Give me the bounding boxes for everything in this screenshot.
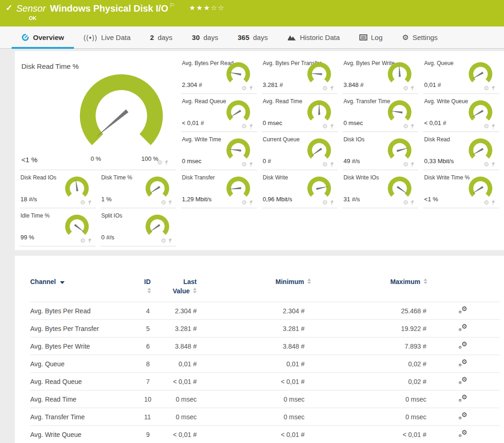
channel-maximum: 0 msec bbox=[328, 408, 453, 426]
gauge-dial bbox=[386, 175, 413, 198]
gauge-settings-gear-icon[interactable]: ⚙ bbox=[322, 161, 328, 167]
gauge-pin-icon[interactable] bbox=[87, 238, 92, 244]
gauge-pin-icon[interactable] bbox=[248, 124, 253, 129]
gauge-dial bbox=[225, 175, 252, 198]
gauge-pin-icon[interactable] bbox=[329, 86, 334, 91]
column-header-last-value[interactable]: LastValue bbox=[172, 277, 221, 302]
gauge-pin-icon[interactable] bbox=[410, 200, 415, 205]
tab-label: Overview bbox=[33, 33, 64, 41]
channel-settings-gears-icon[interactable]: ⚙⚙ bbox=[458, 358, 468, 368]
tab-live-data[interactable]: ((●))Live Data bbox=[74, 26, 140, 48]
column-header-id[interactable]: ID bbox=[144, 277, 172, 302]
gauge-pin-icon[interactable] bbox=[329, 124, 334, 129]
gauge-settings-gear-icon[interactable]: ⚙ bbox=[484, 161, 489, 167]
gauge-pin-icon[interactable] bbox=[329, 200, 334, 205]
channel-maximum: < 0,01 # bbox=[328, 426, 453, 443]
channel-settings-gears-icon[interactable]: ⚙⚙ bbox=[458, 341, 468, 350]
channel-settings-gears-icon[interactable]: ⚙⚙ bbox=[458, 323, 468, 332]
gauge-avg-transfer-time: Avg. Transfer Time0 msec⚙ bbox=[343, 94, 419, 132]
gauge-settings-gear-icon[interactable]: ⚙ bbox=[484, 85, 489, 91]
channel-settings-gears-icon[interactable]: ⚙⚙ bbox=[458, 376, 468, 385]
gauge-pin-icon[interactable] bbox=[248, 86, 253, 91]
gauge-pin-icon[interactable] bbox=[410, 124, 415, 129]
priority-stars[interactable]: ★★★☆☆ bbox=[189, 4, 225, 12]
channel-name: Avg. Read Time bbox=[30, 390, 144, 408]
gauge-settings-gear-icon[interactable]: ⚙ bbox=[403, 123, 409, 129]
gauge-split-ios: Split IOs0 #/s⚙ bbox=[100, 208, 177, 246]
channel-actions-cell: ⚙⚙ bbox=[453, 373, 500, 390]
gauge-settings-gear-icon[interactable]: ⚙ bbox=[403, 199, 409, 205]
gauge-pin-icon[interactable] bbox=[248, 162, 253, 167]
tab-label: Live Data bbox=[101, 33, 130, 41]
gauge-settings-gear-icon[interactable]: ⚙ bbox=[322, 199, 328, 205]
gauge-value: 0,33 Mbit/s bbox=[424, 158, 454, 165]
tab-2-days[interactable]: 2days bbox=[140, 26, 182, 48]
gauge-settings-gear-icon[interactable]: ⚙ bbox=[484, 123, 489, 129]
gauge-pin-icon[interactable] bbox=[248, 200, 253, 205]
gauge-settings-gear-icon[interactable]: ⚙ bbox=[484, 199, 489, 205]
column-header-maximum[interactable]: Maximum bbox=[328, 277, 453, 302]
gauge-scale-min-label: 0 % bbox=[91, 155, 101, 162]
tab-historic-data[interactable]: Historic Data bbox=[278, 26, 350, 48]
tab-label: days bbox=[253, 33, 268, 41]
tab-overview[interactable]: Overview bbox=[12, 26, 74, 48]
column-header-actions bbox=[453, 277, 500, 302]
channel-settings-gears-icon[interactable]: ⚙⚙ bbox=[458, 305, 468, 315]
gauges-panel: Disk Read Time %0 %100 %<1 %⚙Avg. Bytes … bbox=[15, 51, 504, 250]
gauge-settings-gear-icon[interactable]: ⚙ bbox=[241, 161, 247, 167]
gauge-value: 0 msec bbox=[344, 119, 363, 126]
gauge-title: Avg. Transfer Time bbox=[344, 98, 390, 105]
column-header-channel[interactable]: Channel bbox=[30, 277, 144, 302]
gauge-actions: ⚙ bbox=[80, 238, 92, 244]
gauge-settings-gear-icon[interactable]: ⚙ bbox=[403, 161, 409, 167]
channel-maximum: 0,02 # bbox=[328, 373, 453, 390]
tab-count: 30 bbox=[192, 33, 200, 41]
gauge-pin-icon[interactable] bbox=[410, 162, 415, 167]
channel-minimum: < 0,01 # bbox=[221, 426, 328, 443]
gauge-settings-gear-icon[interactable]: ⚙ bbox=[161, 238, 166, 244]
gauge-avg-read-time: Avg. Read Time0 msec⚙ bbox=[262, 94, 338, 132]
gauge-settings-gear-icon[interactable]: ⚙ bbox=[403, 85, 409, 91]
gauge-settings-gear-icon[interactable]: ⚙ bbox=[157, 159, 163, 165]
gauge-pin-icon[interactable] bbox=[167, 238, 172, 244]
gauge-pin-icon[interactable] bbox=[491, 200, 496, 205]
gauge-dial bbox=[386, 137, 413, 159]
channel-id: 6 bbox=[144, 337, 172, 355]
sensor-status-banner: ✓ SensorWindows Physical Disk I/O⚐ ★★★☆☆… bbox=[0, 0, 504, 26]
channel-settings-gears-icon[interactable]: ⚙⚙ bbox=[458, 429, 468, 438]
gauge-value: 0,96 Mbit/s bbox=[263, 196, 292, 203]
gauge-settings-gear-icon[interactable]: ⚙ bbox=[80, 199, 86, 205]
gauge-avg-bytes-per-read: Avg. Bytes Per Read2.304 #⚙ bbox=[181, 56, 257, 94]
channel-name: Avg. Read Queue bbox=[30, 373, 144, 390]
gauge-dial bbox=[225, 137, 252, 159]
gauge-pin-icon[interactable] bbox=[167, 200, 172, 205]
flag-icon[interactable]: ⚐ bbox=[170, 2, 175, 9]
tab-bar: Overview((●))Live Data2days30days365days… bbox=[0, 26, 504, 49]
gauge-title: Disk Read IOs bbox=[20, 174, 56, 181]
gauge-pin-icon[interactable] bbox=[329, 162, 334, 167]
gauge-value: 0 msec bbox=[182, 158, 201, 165]
gauge-pin-icon[interactable] bbox=[491, 86, 496, 91]
tab-log[interactable]: Log bbox=[350, 26, 392, 48]
tab-settings[interactable]: ⚙Settings bbox=[392, 26, 448, 48]
gauge-pin-icon[interactable] bbox=[164, 160, 169, 165]
column-header-minimum[interactable]: Minimum bbox=[221, 277, 328, 302]
gauge-settings-gear-icon[interactable]: ⚙ bbox=[161, 199, 166, 205]
gauge-pin-icon[interactable] bbox=[491, 124, 496, 129]
gauge-disk-transfer: Disk Transfer1,29 Mbit/s⚙ bbox=[181, 170, 257, 208]
channel-settings-gears-icon[interactable]: ⚙⚙ bbox=[458, 394, 468, 403]
gauge-settings-gear-icon[interactable]: ⚙ bbox=[241, 123, 247, 129]
tab-30-days[interactable]: 30days bbox=[182, 26, 228, 48]
gauge-settings-gear-icon[interactable]: ⚙ bbox=[322, 123, 328, 129]
gauge-settings-gear-icon[interactable]: ⚙ bbox=[241, 85, 247, 91]
channel-settings-gears-icon[interactable]: ⚙⚙ bbox=[458, 411, 468, 421]
gauge-pin-icon[interactable] bbox=[87, 200, 92, 205]
gauge-settings-gear-icon[interactable]: ⚙ bbox=[80, 238, 86, 244]
gauge-settings-gear-icon[interactable]: ⚙ bbox=[241, 199, 247, 205]
gauge-pin-icon[interactable] bbox=[491, 162, 496, 167]
gauge-disk-ios: Disk IOs49 #/s⚙ bbox=[343, 132, 419, 170]
gauge-settings-gear-icon[interactable]: ⚙ bbox=[322, 85, 328, 91]
channel-table: ChannelIDLastValueMinimumMaximum Avg. By… bbox=[30, 277, 500, 443]
gauge-pin-icon[interactable] bbox=[410, 86, 415, 91]
tab-365-days[interactable]: 365days bbox=[228, 26, 278, 48]
